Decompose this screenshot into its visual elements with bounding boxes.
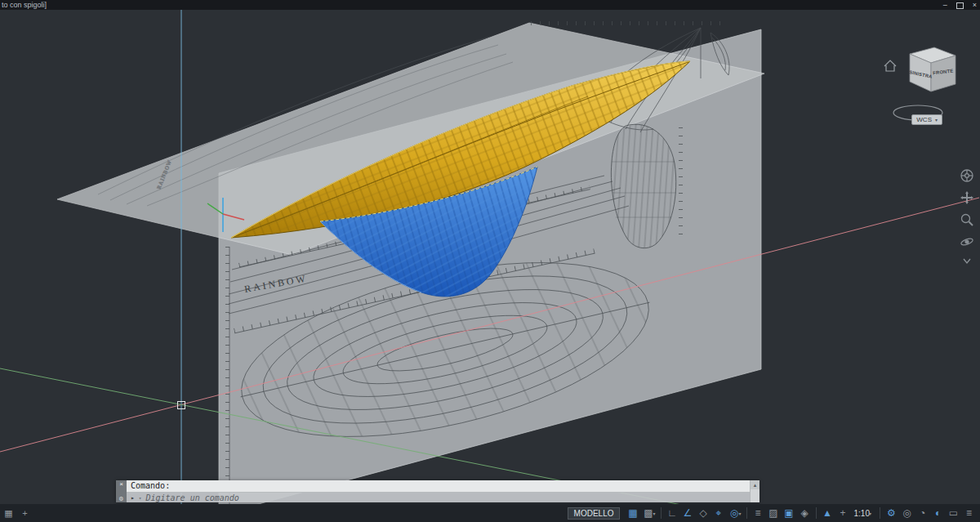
command-prompt-icon[interactable]: ▸ <box>131 494 135 502</box>
pan-icon[interactable] <box>960 190 974 205</box>
scroll-up-icon[interactable]: ▴ <box>751 480 760 489</box>
selection-cycling-icon[interactable]: ▣ <box>782 505 797 521</box>
wcs-label: WCS <box>916 116 932 123</box>
annotation-monitor-icon[interactable]: ◎ <box>899 505 915 521</box>
transparency-icon[interactable]: ▨ <box>766 505 782 521</box>
customize-icon[interactable]: ≡ <box>961 505 977 521</box>
chevron-down-icon: ▾ <box>869 511 871 516</box>
status-bar: ▦ + MODELLO ▦ ▩ ▾ ∟ ∠ ◇ ⌖ ◎ ▾ ≡ ▨ ▣ ◈ ▲ … <box>0 504 980 522</box>
wcs-dropdown[interactable]: WCS ▾ <box>911 114 942 125</box>
chevron-down-icon: ▾ <box>935 117 938 123</box>
chevron-down-icon[interactable] <box>960 257 974 266</box>
workspace-switching-icon[interactable]: ⚙ <box>884 505 899 521</box>
chevron-down-icon[interactable]: ▾ <box>739 511 742 516</box>
annotation-visibility-icon[interactable]: ▲ <box>820 505 835 521</box>
annotation-scale-button[interactable]: 1:10 ▾ <box>851 509 876 518</box>
model-space-button[interactable]: MODELLO <box>568 507 621 520</box>
zoom-icon[interactable] <box>960 212 974 227</box>
command-prompt-placeholder: Digitare un comando <box>145 493 238 502</box>
close-icon[interactable]: × <box>116 480 127 489</box>
viewcube-home-icon[interactable] <box>884 60 896 71</box>
command-input[interactable]: ▸ ▾ Digitare un comando <box>127 493 750 502</box>
close-icon[interactable]: × <box>973 0 977 10</box>
3d-object-snap-icon[interactable]: ◈ <box>797 505 813 521</box>
steering-wheel-icon[interactable] <box>960 168 974 183</box>
grid-display-icon[interactable]: ▦ <box>625 505 640 521</box>
chevron-down-icon[interactable]: ▾ <box>139 495 142 501</box>
command-window-grip[interactable]: × ⚙ <box>116 480 127 502</box>
restore-icon[interactable] <box>956 2 964 9</box>
orbit-icon[interactable] <box>960 234 974 249</box>
isolate-objects-icon[interactable]: ◔ <box>915 505 930 521</box>
document-titlebar: to con spigoli] – × <box>0 0 980 10</box>
command-history-line: Comando: <box>127 480 750 493</box>
lineweight-icon[interactable]: ≡ <box>751 505 766 521</box>
navigation-bar <box>956 168 978 266</box>
minimize-icon[interactable]: – <box>943 0 947 10</box>
clean-screen-icon[interactable]: ▭ <box>946 505 961 521</box>
command-scrollbar[interactable]: ▴ <box>750 480 760 502</box>
document-title: to con spigoli] <box>2 0 47 10</box>
gear-icon[interactable]: ⚙ <box>116 495 127 502</box>
command-window[interactable]: × ⚙ Comando: ▸ ▾ Digitare un comando ▴ <box>116 480 760 502</box>
graphics-performance-icon[interactable]: ◐ <box>930 505 946 521</box>
isometric-drafting-icon[interactable]: ◇ <box>696 505 711 521</box>
autoscale-icon[interactable]: + <box>835 505 851 521</box>
model-viewport[interactable]: RAINBOW RAINBOW <box>0 0 980 522</box>
polar-tracking-icon[interactable]: ∠ <box>680 505 696 521</box>
object-snap-tracking-icon[interactable]: ⌖ <box>711 505 727 521</box>
add-layout-icon[interactable]: + <box>20 505 30 521</box>
ortho-mode-icon[interactable]: ∟ <box>665 505 680 521</box>
chevron-down-icon[interactable]: ▾ <box>653 511 655 516</box>
annotation-scale-value: 1:10 <box>854 509 870 518</box>
layout-grid-icon[interactable]: ▦ <box>3 505 14 521</box>
